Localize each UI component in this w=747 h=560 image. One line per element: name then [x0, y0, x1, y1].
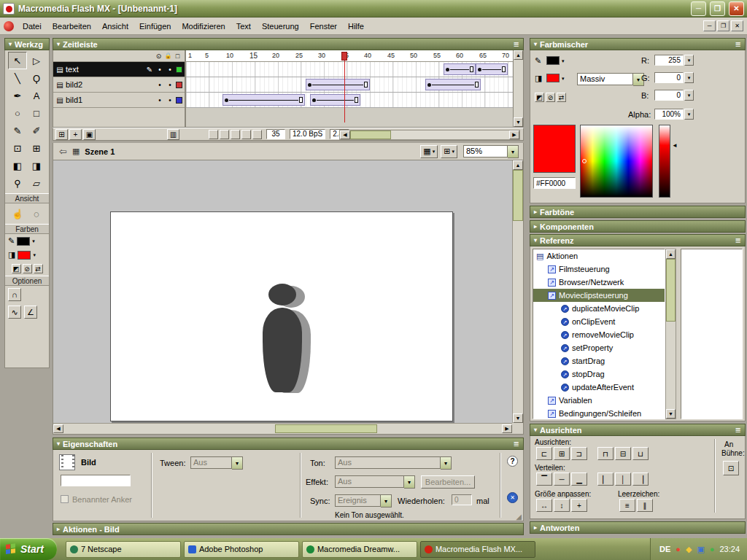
close-button[interactable]: ✕: [729, 1, 744, 16]
lock-dot[interactable]: •: [166, 96, 174, 104]
edit-symbol-button[interactable]: ⊞ ▾: [441, 145, 457, 158]
layer-row-bild2[interactable]: ▤ bild2 • •: [53, 77, 185, 93]
scroll-left-icon[interactable]: ◀: [340, 131, 350, 139]
tree-item-bedingungen[interactable]: ↗ Bedingungen/Schleifen: [533, 407, 665, 419]
reference-scrollbar[interactable]: ▲ ▼: [665, 249, 676, 419]
alpha-stepper[interactable]: ▾: [684, 109, 694, 120]
scroll-thumb[interactable]: [275, 424, 377, 433]
green-value-field[interactable]: 0: [654, 72, 684, 83]
menu-datei[interactable]: Datei: [18, 20, 47, 33]
menu-steuerung[interactable]: Steuerung: [257, 20, 304, 33]
swap-colors-button[interactable]: ⇄: [557, 93, 566, 102]
brush-tool[interactable]: ✐: [27, 122, 46, 139]
menu-modifizieren[interactable]: Modifizieren: [177, 20, 230, 33]
zoom-select[interactable]: 85% ▾: [463, 145, 519, 158]
lock-dot[interactable]: •: [166, 66, 174, 74]
tray-icon[interactable]: ▣: [697, 545, 704, 554]
paint-bucket-tool[interactable]: ◨: [27, 157, 46, 174]
menu-ansicht[interactable]: Ansicht: [97, 20, 133, 33]
ink-bottle-tool[interactable]: ◧: [8, 157, 27, 174]
tween-span[interactable]: [222, 94, 305, 106]
visibility-dot[interactable]: •: [155, 81, 164, 89]
person-figure-graphic[interactable]: [248, 284, 328, 394]
frames-row-bild2[interactable]: [186, 77, 523, 93]
tree-item-variablen[interactable]: ↗ Variablen: [533, 394, 665, 407]
restore-button[interactable]: ❐: [710, 1, 725, 16]
layer-color-swatch[interactable]: [176, 82, 182, 88]
timeline-hscrollbar[interactable]: ◀ ▶: [339, 130, 520, 140]
outline-icon[interactable]: □: [173, 52, 182, 60]
playhead-marker[interactable]: [341, 52, 347, 61]
language-indicator[interactable]: DE: [659, 545, 670, 553]
tree-item-setproperty[interactable]: ↗ setProperty: [533, 341, 665, 354]
frame-label-input[interactable]: [61, 475, 131, 486]
fill-color-swatch[interactable]: [546, 74, 560, 82]
stage-vscrollbar[interactable]: ▲ ▼: [512, 160, 523, 423]
space-vertical-button[interactable]: ≡: [619, 499, 635, 512]
lock-icon[interactable]: 🔒: [163, 52, 173, 59]
swap-colors-button[interactable]: ⇄: [34, 264, 43, 273]
hex-color-input[interactable]: [533, 177, 576, 189]
layer-color-swatch[interactable]: [176, 97, 182, 104]
show-hide-icon[interactable]: ⊙: [154, 52, 163, 60]
tree-item-removemovieclip[interactable]: ↗ removeMovieClip: [533, 328, 665, 341]
menu-einfuegen[interactable]: Einfügen: [134, 20, 176, 33]
menu-hilfe[interactable]: Hilfe: [343, 20, 369, 33]
mdi-close-button[interactable]: ✕: [731, 20, 743, 31]
scroll-down-icon[interactable]: ▼: [666, 409, 676, 419]
stroke-color-swatch[interactable]: [17, 237, 30, 246]
mdi-minimize-button[interactable]: ─: [703, 20, 716, 31]
minimize-button[interactable]: ─: [691, 1, 706, 16]
line-tool[interactable]: ╲: [8, 69, 27, 87]
to-stage-button[interactable]: ⊡: [723, 461, 739, 475]
tree-item-updateafterevent[interactable]: ↗ updateAfterEvent: [533, 381, 665, 394]
alpha-value-field[interactable]: 100%: [654, 109, 684, 120]
visibility-dot[interactable]: •: [155, 96, 164, 104]
swatches-header[interactable]: ▸ Farbtöne: [530, 206, 746, 218]
distribute-bottom-button[interactable]: ▁: [571, 472, 587, 486]
actions-panel-header[interactable]: ▸ Aktionen - Bild: [53, 523, 524, 535]
layer-row-text[interactable]: ▤ text ✎ • •: [53, 62, 185, 77]
default-colors-button[interactable]: ◩: [535, 93, 544, 102]
stage-canvas[interactable]: [110, 211, 453, 421]
tween-span[interactable]: [425, 79, 481, 90]
tree-item-duplicatemovieclip[interactable]: ↗ duplicateMovieClip: [533, 302, 665, 315]
sync-select[interactable]: Ereignis ▾: [335, 494, 392, 507]
timeline-header[interactable]: ▾ Zeitleiste ≣: [53, 38, 524, 50]
red-value-field[interactable]: 255: [654, 55, 684, 66]
rectangle-tool[interactable]: □: [27, 104, 46, 122]
scroll-thumb[interactable]: [350, 131, 391, 139]
subselection-tool[interactable]: ▷: [27, 52, 46, 69]
tools-panel-header[interactable]: ▾ Werkzg: [4, 38, 50, 50]
onion-skin-button[interactable]: [220, 130, 229, 139]
eyedropper-tool[interactable]: ⚲: [8, 174, 27, 192]
tree-item-movieclipsteuerung[interactable]: ↗ Movieclipsteuerung: [533, 289, 665, 302]
edit-scene-button[interactable]: ▦ ▾: [420, 145, 438, 158]
fill-transform-tool[interactable]: ⊞: [27, 139, 46, 157]
delete-layer-button[interactable]: ▥: [167, 129, 179, 140]
taskbar-button-flash[interactable]: Macromedia Flash MX...: [420, 541, 535, 558]
tray-icon[interactable]: ◆: [686, 545, 692, 554]
edit-multiple-frames-button[interactable]: [241, 130, 251, 139]
tree-item-startdrag[interactable]: ↗ startDrag: [533, 354, 665, 368]
align-top-button[interactable]: ⊓: [597, 447, 614, 460]
tree-item-browser-netzwerk[interactable]: ↗ Browser/Netzwerk: [533, 276, 665, 289]
answers-header[interactable]: ▸ Antworten: [530, 521, 746, 534]
loop-count-input[interactable]: [452, 494, 472, 505]
color-mixer-menu-icon[interactable]: ≣: [735, 40, 741, 48]
tree-item-filmsteuerung[interactable]: ↗ Filmsteuerung: [533, 262, 665, 276]
layer-color-swatch[interactable]: [176, 66, 182, 73]
scroll-left-icon[interactable]: ◀: [53, 424, 63, 433]
properties-menu-icon[interactable]: ≣: [514, 440, 519, 448]
keyframe-span[interactable]: [476, 63, 508, 75]
tween-select[interactable]: Aus ▾: [190, 456, 243, 469]
keyframe-span[interactable]: [444, 63, 476, 75]
arrow-tool[interactable]: ↖: [8, 52, 27, 69]
space-horizontal-button[interactable]: ∥: [637, 499, 653, 512]
insert-layer-button[interactable]: ⊞: [55, 129, 68, 140]
brightness-marker-icon[interactable]: ◄: [672, 142, 678, 149]
tween-span[interactable]: [306, 79, 370, 90]
color-mixer-header[interactable]: ▾ Farbmischer ≣: [530, 38, 746, 50]
zoom-tool[interactable]: ◌: [27, 205, 46, 222]
smooth-button[interactable]: ∿: [8, 306, 21, 319]
